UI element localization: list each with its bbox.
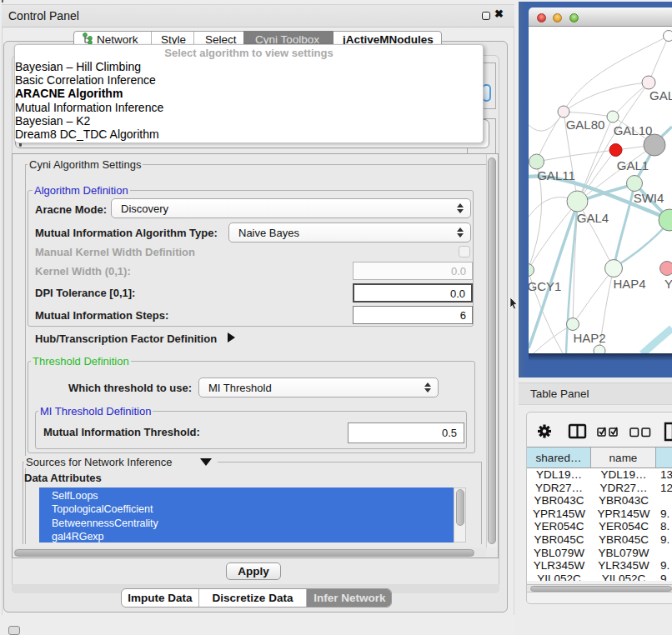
svg-text:GAL4: GAL4: [577, 211, 609, 225]
svg-text:GAL1: GAL1: [617, 158, 649, 172]
svg-text:HAP2: HAP2: [573, 331, 605, 345]
svg-text:YEL: YEL: [664, 277, 672, 291]
svg-text:GAL11: GAL11: [537, 168, 575, 182]
svg-text:SWI4: SWI4: [634, 191, 664, 205]
svg-text:GAL7: GAL7: [649, 88, 672, 102]
svg-text:GAL10: GAL10: [614, 123, 653, 138]
svg-text:GCY1: GCY1: [529, 279, 561, 293]
svg-text:HAP4: HAP4: [613, 277, 645, 291]
svg-text:GAL80: GAL80: [566, 118, 605, 132]
